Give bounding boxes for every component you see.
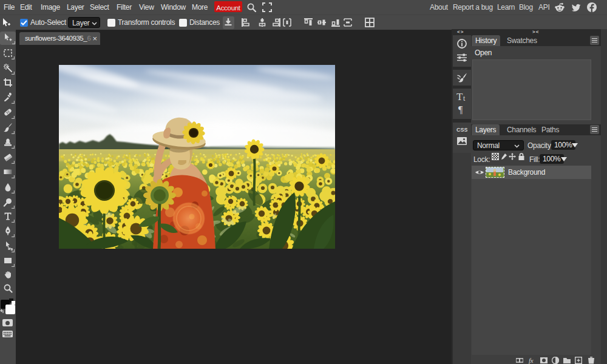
svg-text:¶: ¶	[458, 105, 463, 115]
svg-text:CSS: CSS	[456, 127, 467, 133]
svg-text:t: t	[463, 94, 466, 102]
svg-text:T: T	[456, 92, 463, 102]
svg-text:fx: fx	[529, 357, 534, 364]
